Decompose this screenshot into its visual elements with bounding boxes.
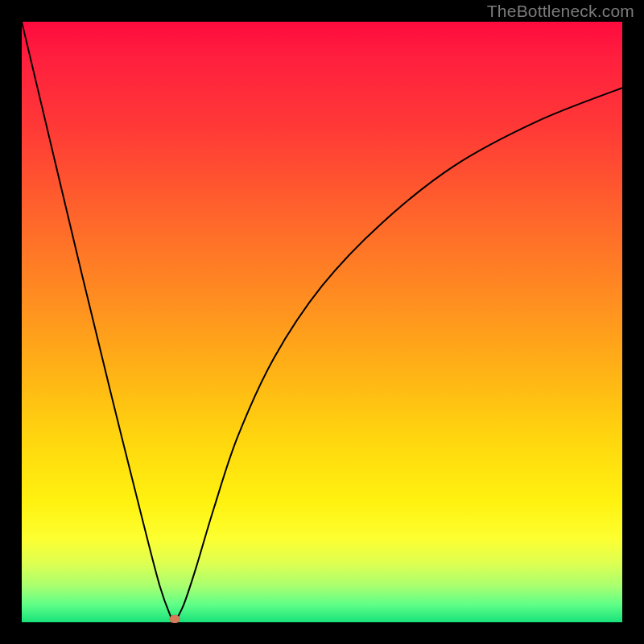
curve-left-branch [22, 22, 175, 622]
curve-right-branch [175, 88, 622, 622]
attribution-text: TheBottleneck.com [487, 2, 634, 21]
bottleneck-curve [22, 22, 622, 622]
chart-frame: TheBottleneck.com [0, 0, 644, 644]
minimum-marker [170, 615, 180, 623]
